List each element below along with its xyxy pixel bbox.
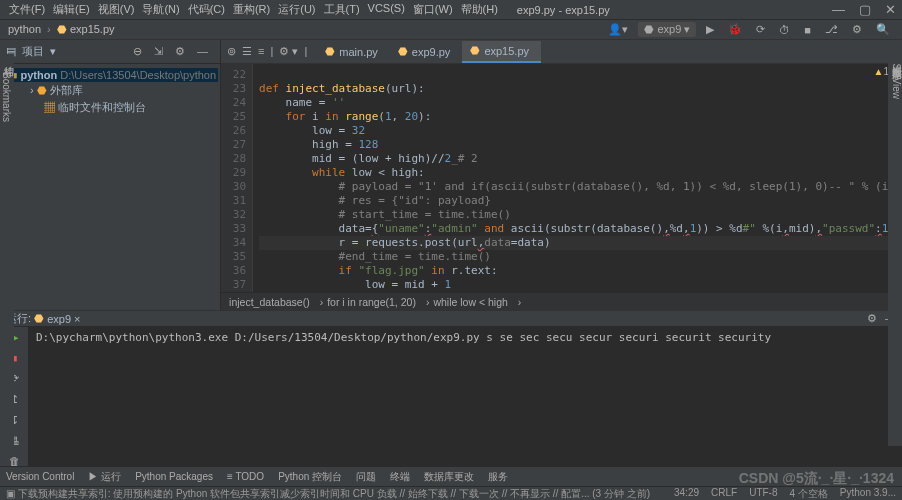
crumb-root[interactable]: python	[8, 23, 41, 35]
editor-tab[interactable]: ⬣exp15.py	[462, 41, 541, 63]
tool-tab[interactable]: 问题	[356, 470, 376, 484]
tool-tab[interactable]: 终端	[390, 470, 410, 484]
menu-item[interactable]: 窗口(W)	[410, 1, 456, 18]
locate-icon[interactable]: ⊚	[227, 45, 236, 58]
run-name[interactable]: exp9	[47, 313, 71, 325]
tool-tab[interactable]: Python Packages	[135, 471, 213, 482]
run-panel: 运行: ⬣ exp9 × ⚙ — ▶ ■ ⟳ ↥ ↧ 🖶 🗑 D:\pychar…	[0, 310, 902, 466]
project-sidebar: ▤ 项目 ▾ ⊖ ⇲ ⚙ — › ■ python D:\Users\13504…	[0, 40, 221, 310]
menu-item[interactable]: 帮助(H)	[458, 1, 501, 18]
stop-icon[interactable]: ■	[800, 24, 815, 36]
tree-ext-lib[interactable]: › ⬣ 外部库	[2, 82, 218, 99]
project-label: 项目	[22, 44, 44, 59]
menu-item[interactable]: 文件(F)	[6, 1, 48, 18]
project-tree[interactable]: › ■ python D:\Users\13504\Desktop\python…	[0, 64, 220, 120]
tool-tab[interactable]: Python 控制台	[278, 470, 342, 484]
tool-tab[interactable]: ≡ TODO	[227, 471, 264, 482]
nav-bar: python › ⬣ exp15.py 👤▾ ⬣ exp9 ▾ ▶ 🐞 ⟳ ⏱ …	[0, 20, 902, 40]
gutter[interactable]: 22 23 24 25 26 27 28 29 30 31 32 33 34 3…	[221, 64, 253, 292]
list-icon[interactable]: ☰	[242, 45, 252, 58]
encoding[interactable]: UTF-8	[749, 487, 777, 501]
code-breadcrumb[interactable]: inject_database()›for i in range(1, 20)›…	[221, 292, 902, 310]
breadcrumb[interactable]: python › ⬣ exp15.py	[8, 23, 115, 36]
code-area[interactable]: def inject_database(url): name = '' for …	[253, 64, 902, 292]
hide-icon[interactable]: —	[197, 45, 208, 58]
vcs-icon[interactable]: ⎇	[821, 23, 842, 36]
user-icon[interactable]: 👤▾	[604, 23, 632, 36]
run-settings-icon[interactable]: ⚙	[867, 312, 877, 325]
editor: ⊚ ☰ ≡ | ⚙ ▾ | ⬣main.py⬣exp9.py⬣exp15.py …	[221, 40, 902, 310]
editor-tab[interactable]: ⬣exp9.py	[390, 41, 463, 63]
title-bar: 文件(F)编辑(E)视图(V)导航(N)代码(C)重构(R)运行(U)工具(T)…	[0, 0, 902, 20]
maximize-icon[interactable]: ▢	[859, 2, 871, 17]
status-message[interactable]: 下载预构建共享索引: 使用预构建的 Python 软件包共享索引减少索引时间和 …	[18, 487, 650, 501]
project-tool-header: ▤ 项目 ▾ ⊖ ⇲ ⚙ —	[0, 40, 220, 64]
menu-item[interactable]: 视图(V)	[95, 1, 138, 18]
gear-icon[interactable]: ⚙ ▾	[279, 45, 298, 58]
debug-icon[interactable]: 🐞	[724, 23, 746, 36]
status-bar: ▣ 下载预构建共享索引: 使用预构建的 Python 软件包共享索引减少索引时间…	[0, 486, 902, 500]
tool-tab[interactable]: ▶ 运行	[88, 470, 121, 484]
editor-tab[interactable]: ⬣main.py	[317, 41, 390, 63]
toolbar-right: 👤▾ ⬣ exp9 ▾ ▶ 🐞 ⟳ ⏱ ■ ⎇ ⚙ 🔍	[604, 22, 894, 37]
code-crumb-item[interactable]: inject_database()	[229, 296, 310, 308]
settings-icon[interactable]: ⚙	[175, 45, 185, 58]
code-crumb-item[interactable]: for i in range(1, 20)	[327, 296, 416, 308]
editor-tabs: ⊚ ☰ ≡ | ⚙ ▾ | ⬣main.py⬣exp9.py⬣exp15.py	[221, 40, 902, 64]
tool-tab[interactable]: 数据库更改	[424, 470, 474, 484]
menu-bar: 文件(F)编辑(E)视图(V)导航(N)代码(C)重构(R)运行(U)工具(T)…	[6, 1, 501, 18]
menu-item[interactable]: 编辑(E)	[50, 1, 93, 18]
window-title: exp9.py - exp15.py	[517, 4, 610, 16]
tree-root[interactable]: › ■ python D:\Users\13504\Desktop\python	[2, 68, 218, 82]
run-config-selector[interactable]: ⬣ exp9 ▾	[638, 22, 696, 37]
crumb-file[interactable]: exp15.py	[70, 23, 115, 35]
menu-item[interactable]: 工具(T)	[321, 1, 363, 18]
tree-scratch[interactable]: ▦ 临时文件和控制台	[2, 99, 218, 116]
sort-icon[interactable]: ≡	[258, 45, 264, 58]
collapse-icon[interactable]: ⊖	[133, 45, 142, 58]
expand-icon[interactable]: ⇲	[154, 45, 163, 58]
menu-item[interactable]: 导航(N)	[139, 1, 182, 18]
tool-tab[interactable]: 服务	[488, 470, 508, 484]
menu-item[interactable]: 运行(U)	[275, 1, 318, 18]
interpreter[interactable]: Python 3.9...	[840, 487, 896, 501]
settings-icon[interactable]: ⚙	[848, 23, 866, 36]
line-sep[interactable]: CRLF	[711, 487, 737, 501]
indent[interactable]: 4 个空格	[790, 487, 828, 501]
left-rail[interactable]: 结构Bookmarks	[0, 54, 14, 446]
menu-item[interactable]: VCS(S)	[365, 1, 408, 18]
coverage-icon[interactable]: ⟳	[752, 23, 769, 36]
tool-tab[interactable]: Version Control	[6, 471, 74, 482]
menu-item[interactable]: 重构(R)	[230, 1, 273, 18]
code-crumb-item[interactable]: while low < high	[433, 296, 507, 308]
minimize-icon[interactable]: —	[832, 2, 845, 17]
console-output[interactable]: D:\pycharm\python\python3.exe D:/Users/1…	[28, 327, 902, 467]
caret-pos[interactable]: 34:29	[674, 487, 699, 501]
close-icon[interactable]: ✕	[885, 2, 896, 17]
menu-item[interactable]: 代码(C)	[185, 1, 228, 18]
tool-window-bar: Version Control▶ 运行Python Packages≡ TODO…	[0, 466, 902, 486]
status-hide-icon[interactable]: ▣	[6, 488, 15, 499]
profile-icon[interactable]: ⏱	[775, 24, 794, 36]
right-rail[interactable]: 通知 数据库 SciView	[888, 54, 902, 446]
run-icon[interactable]: ▶	[702, 23, 718, 36]
search-icon[interactable]: 🔍	[872, 23, 894, 36]
